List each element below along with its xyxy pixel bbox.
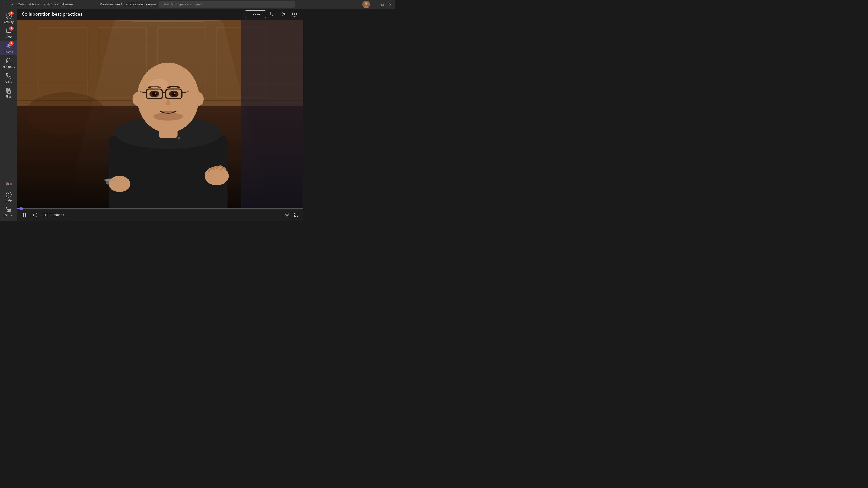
video-settings-button[interactable] (284, 212, 290, 218)
total-time: 1:08:33 (52, 214, 64, 217)
sidebar: 2 Activity 1 Chat (0, 9, 18, 221)
nav-buttons: ‹ › (2, 1, 16, 8)
svg-point-52 (153, 112, 183, 121)
svg-point-36 (133, 92, 143, 106)
chat-badge: 1 (9, 26, 13, 31)
search-input[interactable] (159, 1, 295, 8)
close-button[interactable]: ✕ (388, 2, 393, 7)
calls-icon (5, 72, 12, 80)
sidebar-divider (3, 188, 14, 188)
svg-point-44 (155, 93, 156, 94)
svg-point-45 (174, 93, 176, 94)
svg-rect-6 (6, 59, 11, 63)
title-bar-right: — □ ✕ (362, 1, 393, 8)
avatar-status-dot (368, 6, 370, 8)
time-display: 0:10 / 1:08:33 (41, 214, 64, 217)
playback-bar: 0:10 / 1:08:33 (18, 208, 303, 221)
right-panel (303, 9, 395, 221)
files-label: Files (6, 95, 12, 98)
sidebar-item-meetings[interactable]: Meetings (0, 56, 18, 70)
svg-rect-54 (23, 214, 24, 217)
files-icon (5, 87, 12, 95)
sidebar-item-teams[interactable]: 1 Teams (0, 41, 18, 55)
svg-point-37 (194, 92, 204, 106)
video-title: Collaboration best practices (22, 12, 83, 17)
activity-icon: 2 (5, 12, 12, 20)
playback-right (284, 212, 300, 218)
main-layout: 2 Activity 1 Chat (0, 9, 395, 221)
svg-point-14 (283, 13, 284, 15)
svg-point-56 (286, 214, 288, 216)
progress-thumb (20, 207, 23, 210)
info-icon[interactable] (291, 10, 299, 18)
svg-point-1 (365, 2, 368, 5)
video-container[interactable] (18, 20, 303, 208)
sidebar-item-help[interactable]: Help (0, 189, 18, 204)
maximize-button[interactable]: □ (380, 2, 385, 7)
svg-rect-7 (7, 61, 8, 62)
activity-badge: 2 (9, 11, 13, 16)
header-actions: Leave (245, 10, 299, 18)
svg-point-46 (178, 137, 180, 140)
leave-button[interactable]: Leave (245, 10, 266, 18)
chat-label: Chat (5, 35, 12, 38)
svg-point-51 (149, 79, 168, 90)
svg-point-43 (172, 92, 176, 96)
svg-rect-55 (25, 214, 26, 217)
minimize-button[interactable]: — (372, 2, 378, 7)
title-bar: ‹ › Cele mai bune practici de colaborare… (0, 0, 395, 9)
video-header: Collaboration best practices Leave (18, 9, 303, 20)
svg-rect-12 (8, 210, 9, 212)
svg-rect-30 (241, 20, 303, 208)
user-avatar[interactable] (362, 1, 370, 8)
title-bar-left: ‹ › Cele mai bune practici de colaborare (2, 1, 73, 8)
content-area: Collaboration best practices Leave (18, 9, 303, 221)
help-label: Help (6, 199, 12, 202)
sidebar-item-files[interactable]: Files (0, 86, 18, 100)
calls-label: Calls (5, 80, 12, 83)
progress-fill (18, 208, 21, 209)
meetings-icon (5, 57, 12, 65)
chat-panel-icon[interactable] (269, 10, 277, 18)
volume-button[interactable] (31, 212, 38, 219)
sidebar-item-activity[interactable]: 2 Activity (0, 11, 18, 25)
svg-point-42 (152, 92, 156, 96)
forward-button[interactable]: › (9, 1, 16, 8)
svg-rect-50 (104, 180, 117, 181)
time-separator: / (50, 214, 52, 217)
sidebar-item-more[interactable] (0, 182, 18, 186)
sidebar-item-store[interactable]: Store (0, 204, 18, 219)
playback-controls: 0:10 / 1:08:33 (21, 212, 64, 219)
teams-icon: 1 (5, 42, 12, 50)
title-bar-center: Căutarea sau întrebarea unei comenzi (100, 1, 295, 8)
svg-point-53 (25, 92, 106, 135)
help-icon (5, 191, 12, 198)
video-background (18, 20, 303, 208)
back-button[interactable]: ‹ (2, 1, 9, 8)
svg-rect-13 (271, 12, 275, 15)
pause-button[interactable] (21, 212, 28, 219)
svg-point-4 (7, 44, 9, 46)
sidebar-item-chat[interactable]: 1 Chat (0, 26, 18, 40)
svg-rect-9 (8, 90, 10, 94)
sidebar-bottom: Help Store (0, 182, 18, 221)
store-label: Store (5, 214, 12, 217)
activity-label: Activity (3, 21, 13, 24)
progress-track[interactable] (18, 208, 303, 209)
current-time: 0:10 (41, 214, 49, 217)
title-subtitle: Căutarea sau întrebarea unei comenzi (100, 3, 157, 6)
svg-point-11 (8, 196, 9, 196)
title-tooltip: Cele mai bune practici de colaborare (18, 3, 73, 6)
sidebar-item-calls[interactable]: Calls (0, 70, 18, 85)
chat-icon: 1 (5, 27, 12, 35)
svg-point-48 (205, 166, 229, 186)
fullscreen-button[interactable] (293, 212, 300, 218)
settings-header-icon[interactable] (280, 10, 287, 18)
svg-point-49 (109, 176, 130, 192)
teams-badge: 1 (9, 41, 13, 45)
store-icon (5, 206, 12, 214)
teams-label: Teams (4, 51, 13, 54)
meetings-label: Meetings (2, 65, 15, 68)
